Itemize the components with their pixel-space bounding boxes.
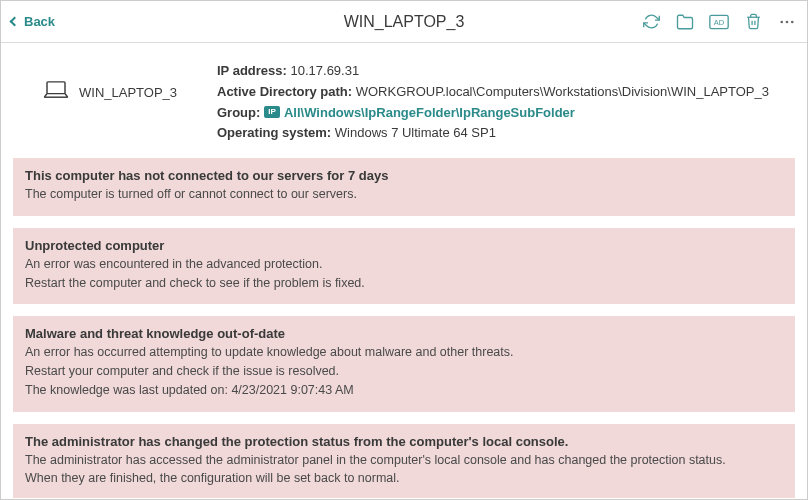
alert-title: Unprotected computer <box>25 238 783 253</box>
ip-row: IP address: 10.17.69.31 <box>217 61 791 82</box>
back-label: Back <box>24 14 55 29</box>
device-identity: WIN_LAPTOP_3 <box>17 61 217 103</box>
ip-badge-icon: IP <box>264 106 280 118</box>
page-title: WIN_LAPTOP_3 <box>344 13 465 31</box>
more-icon[interactable] <box>777 12 797 32</box>
chevron-left-icon <box>10 17 20 27</box>
svg-text:AD: AD <box>714 17 725 26</box>
svg-point-2 <box>780 20 783 23</box>
device-info: IP address: 10.17.69.31 Active Directory… <box>217 61 791 144</box>
alert-body: The computer is turned off or cannot con… <box>25 185 783 204</box>
ad-row: Active Directory path: WORKGROUP.local\C… <box>217 82 791 103</box>
os-label: Operating system: <box>217 125 331 140</box>
alert-title: The administrator has changed the protec… <box>25 434 783 449</box>
svg-point-4 <box>791 20 794 23</box>
alert-title: This computer has not connected to our s… <box>25 168 783 183</box>
folder-icon[interactable] <box>675 12 695 32</box>
alert-title: Malware and threat knowledge out-of-date <box>25 326 783 341</box>
back-button[interactable]: Back <box>11 14 55 29</box>
device-details: WIN_LAPTOP_3 IP address: 10.17.69.31 Act… <box>1 43 807 158</box>
alert-card: Unprotected computer An error was encoun… <box>13 228 795 305</box>
svg-point-3 <box>786 20 789 23</box>
alert-card: Malware and threat knowledge out-of-date… <box>13 316 795 411</box>
trash-icon[interactable] <box>743 12 763 32</box>
alerts-list: This computer has not connected to our s… <box>1 158 807 498</box>
ip-value: 10.17.69.31 <box>290 63 359 78</box>
laptop-icon <box>43 81 69 103</box>
toolbar: AD <box>641 12 797 32</box>
group-label: Group: <box>217 105 260 120</box>
ad-value: WORKGROUP.local\Computers\Workstations\D… <box>356 84 769 99</box>
os-value: Windows 7 Ultimate 64 SP1 <box>335 125 496 140</box>
header-bar: Back WIN_LAPTOP_3 AD <box>1 1 807 43</box>
refresh-icon[interactable] <box>641 12 661 32</box>
group-row: Group: IPAll\Windows\IpRangeFolder\IpRan… <box>217 103 791 124</box>
device-name: WIN_LAPTOP_3 <box>79 85 177 100</box>
ad-icon[interactable]: AD <box>709 12 729 32</box>
os-row: Operating system: Windows 7 Ultimate 64 … <box>217 123 791 144</box>
alert-body: An error has occurred attempting to upda… <box>25 343 783 399</box>
alert-card: This computer has not connected to our s… <box>13 158 795 216</box>
alert-body: The administrator has accessed the admin… <box>25 451 783 489</box>
alert-body: An error was encountered in the advanced… <box>25 255 783 293</box>
alert-card: The administrator has changed the protec… <box>13 424 795 499</box>
svg-rect-5 <box>47 82 65 94</box>
group-link[interactable]: All\Windows\IpRangeFolder\IpRangeSubFold… <box>284 105 575 120</box>
ip-label: IP address: <box>217 63 287 78</box>
ad-label: Active Directory path: <box>217 84 352 99</box>
